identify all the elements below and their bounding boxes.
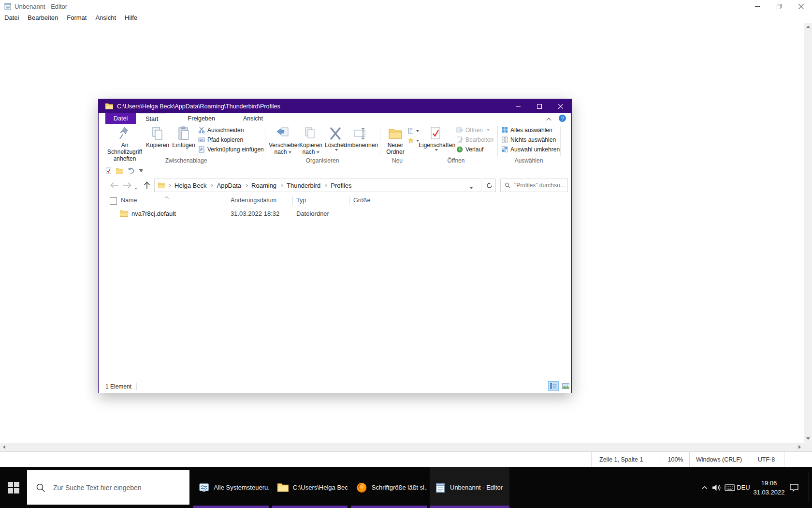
explorer-window: C:\Users\Helga Beck\AppData\Roaming\Thun… <box>98 99 572 393</box>
breadcrumb-item[interactable]: Thunderbird <box>286 182 321 189</box>
taskbar-app-control-panel[interactable]: Alle Systemsteueru... <box>193 467 269 508</box>
explorer-close-button[interactable] <box>550 99 571 113</box>
show-desktop-button[interactable] <box>809 473 809 502</box>
qat-customize-button[interactable] <box>139 169 143 172</box>
taskbar-app-firefox[interactable]: Schriftgröße läßt si... <box>351 467 427 508</box>
tab-home[interactable]: Start <box>138 113 166 124</box>
explorer-search-input[interactable] <box>513 181 566 189</box>
notepad-app-icon <box>435 482 446 493</box>
notepad-restore-button[interactable] <box>768 0 790 13</box>
chevron-up-icon <box>702 486 708 490</box>
file-row[interactable]: nva7r8cj.default 31.03.2022 18:32 Dateio… <box>99 208 571 219</box>
address-bar[interactable]: Helga Beck AppData Roaming Thunderbird P… <box>154 179 481 192</box>
column-resizer[interactable] <box>349 196 350 205</box>
customize-bar-icon <box>139 169 143 170</box>
taskbar-app-explorer[interactable]: C:\Users\Helga Bec... <box>272 467 348 508</box>
tray-touch-keyboard-button[interactable] <box>723 467 737 508</box>
column-header-size[interactable]: Größe <box>353 197 370 204</box>
taskbar-app-label: Schriftgröße läßt si... <box>372 484 427 491</box>
recent-locations-dropdown[interactable] <box>134 184 137 193</box>
details-view-button[interactable] <box>548 381 559 391</box>
column-resizer[interactable] <box>227 196 227 205</box>
help-button[interactable]: ? <box>559 115 566 122</box>
select-all-button[interactable]: Alles auswählen <box>502 126 552 134</box>
breadcrumb-item[interactable]: Roaming <box>250 182 277 189</box>
qat-undo-button[interactable] <box>128 167 135 174</box>
column-header-type[interactable]: Typ <box>296 197 306 204</box>
copy-path-button[interactable]: Pfad kopieren <box>198 135 243 144</box>
scroll-down-button[interactable] <box>804 434 812 443</box>
taskbar-app-notepad[interactable]: Unbenannt - Editor <box>430 467 509 508</box>
address-dropdown[interactable] <box>470 184 473 191</box>
thumbnails-view-button[interactable] <box>560 381 571 391</box>
taskbar-search-input[interactable] <box>52 483 170 492</box>
easy-access-button[interactable] <box>408 136 419 145</box>
breadcrumb-item[interactable]: Profiles <box>330 182 352 189</box>
up-icon[interactable] <box>143 181 151 189</box>
paste-shortcut-button[interactable]: Verknüpfung einfügen <box>198 145 264 153</box>
tray-volume-button[interactable] <box>710 467 723 508</box>
notepad-close-button[interactable] <box>790 0 812 13</box>
column-resizer[interactable] <box>384 196 384 205</box>
history-button[interactable]: Verlauf <box>456 145 483 153</box>
tray-time: 19:06 <box>761 478 777 488</box>
refresh-button[interactable] <box>483 179 496 192</box>
scroll-up-button[interactable] <box>804 23 812 31</box>
tab-view[interactable]: Ansicht <box>236 113 270 124</box>
scroll-left-button[interactable] <box>0 443 8 451</box>
open-button[interactable]: Öffnen <box>456 126 490 134</box>
qat-new-folder-button[interactable] <box>116 168 123 174</box>
scroll-right-button[interactable] <box>796 443 804 451</box>
forward-icon[interactable] <box>123 182 131 189</box>
invert-selection-icon <box>502 146 508 152</box>
menu-edit[interactable]: Bearbeiten <box>23 13 62 22</box>
column-resizer[interactable] <box>292 196 293 205</box>
thumbnails-view-icon <box>562 383 569 389</box>
taskbar-search-box[interactable] <box>27 470 189 505</box>
notepad-vertical-scrollbar[interactable] <box>804 23 812 443</box>
refresh-icon <box>486 182 493 189</box>
explorer-maximize-button[interactable] <box>529 99 550 113</box>
tab-share[interactable]: Freigeben <box>181 113 222 124</box>
navigation-bar: Helga Beck AppData Roaming Thunderbird P… <box>99 176 571 194</box>
ribbon-collapse-button[interactable] <box>547 117 551 123</box>
tray-language-indicator[interactable]: DEU <box>737 467 750 508</box>
back-icon[interactable] <box>110 182 119 189</box>
notepad-minimize-button[interactable] <box>747 0 768 13</box>
breadcrumb-item[interactable]: Helga Beck <box>174 182 207 189</box>
notepad-horizontal-scrollbar[interactable] <box>0 443 804 451</box>
menu-file[interactable]: Datei <box>0 13 23 22</box>
invert-selection-button[interactable]: Auswahl umkehren <box>502 145 560 153</box>
taskbar-app-label: C:\Users\Helga Bec... <box>293 484 348 491</box>
select-none-button[interactable]: Nichts auswählen <box>502 135 556 144</box>
tray-clock[interactable]: 19:06 31.03.2022 <box>752 467 786 508</box>
group-label-clipboard: Zwischenablage <box>107 157 265 164</box>
tray-show-hidden-icons-button[interactable] <box>699 467 710 508</box>
tab-file[interactable]: Datei <box>105 113 136 124</box>
menu-format[interactable]: Format <box>62 13 91 22</box>
control-panel-icon <box>199 482 209 493</box>
explorer-search-box[interactable] <box>500 179 568 192</box>
column-header-date[interactable]: Änderungsdatum <box>231 197 276 204</box>
select-all-checkbox[interactable] <box>110 197 117 205</box>
taskbar: Alle Systemsteueru... C:\Users\Helga Bec… <box>0 467 812 508</box>
close-icon <box>558 104 563 109</box>
folder-icon <box>158 182 165 188</box>
qat-properties-button[interactable] <box>105 167 112 174</box>
column-header-name[interactable]: Name <box>121 197 137 204</box>
explorer-titlebar[interactable]: C:\Users\Helga Beck\AppData\Roaming\Thun… <box>99 99 571 113</box>
menu-help[interactable]: Hilfe <box>120 13 142 22</box>
explorer-minimize-button[interactable] <box>508 99 529 113</box>
history-icon <box>456 146 463 153</box>
new-item-button[interactable] <box>408 127 419 135</box>
explorer-title-path: C:\Users\Helga Beck\AppData\Roaming\Thun… <box>117 103 280 110</box>
desktop: Unbenannt - Editor Datei Bearbeiten Form… <box>0 0 812 508</box>
group-label-open: Öffnen <box>415 157 497 164</box>
edit-button[interactable]: Bearbeiten <box>456 135 493 144</box>
start-button[interactable] <box>0 467 27 508</box>
action-center-button[interactable] <box>787 467 801 508</box>
dropdown-icon <box>335 149 338 151</box>
breadcrumb-item[interactable]: AppData <box>216 182 242 189</box>
menu-view[interactable]: Ansicht <box>91 13 120 22</box>
cut-button[interactable]: Ausschneiden <box>198 126 244 134</box>
